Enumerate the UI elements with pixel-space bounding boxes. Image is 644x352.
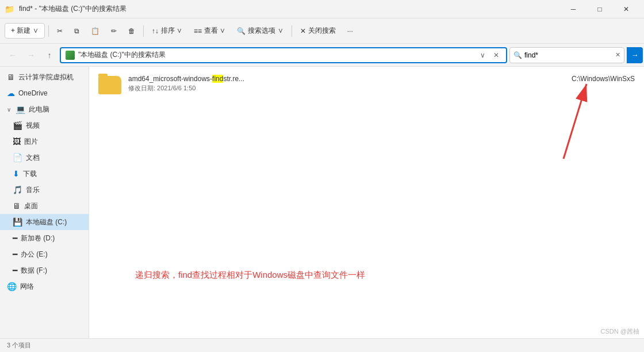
delete-icon: 🗑: [128, 27, 135, 35]
table-row[interactable]: amd64_microsoft-windows-findstr.re... 修改…: [94, 71, 639, 98]
sidebar-item-onedrive[interactable]: ☁ OneDrive: [0, 85, 89, 101]
sidebar-item-newvol[interactable]: ━ 新加卷 (D:): [0, 230, 89, 246]
address-path[interactable]: "本地磁盘 (C:)"中的搜索结果 ∨ ✕: [60, 47, 507, 63]
sidebar-label-onedrive: OneDrive: [18, 89, 48, 97]
folder-icon: [98, 76, 121, 94]
status-bar: 3 个项目: [0, 338, 644, 352]
maximize-button[interactable]: □: [586, 0, 613, 18]
file-name-suffix: str.re...: [223, 75, 244, 83]
sidebar-label-data: 数据 (F:): [21, 266, 47, 276]
office-icon: ━: [13, 250, 17, 259]
sidebar-item-downloads[interactable]: ⬇ 下载: [0, 166, 89, 182]
sidebar-label-localc: 本地磁盘 (C:): [26, 217, 67, 227]
title-bar-left: 📁 find* - "本地磁盘 (C:)"中的搜索结果: [5, 4, 126, 14]
sidebar-item-office[interactable]: ━ 办公 (E:): [0, 246, 89, 262]
paste-button[interactable]: 📋: [86, 25, 104, 37]
sidebar-item-music[interactable]: 🎵 音乐: [0, 182, 89, 198]
search-options-icon: 🔍: [237, 27, 246, 35]
content-area: amd64_microsoft-windows-findstr.re... 修改…: [89, 67, 644, 338]
more-icon: ···: [347, 27, 353, 35]
sidebar-label-downloads: 下载: [23, 169, 37, 179]
sidebar-label-newvol: 新加卷 (D:): [21, 234, 55, 243]
sidebar-label-music: 音乐: [26, 185, 40, 195]
sort-button[interactable]: ↑↓ 排序 ∨: [147, 24, 187, 38]
sidebar-item-desktop[interactable]: 🖥 桌面: [0, 198, 89, 214]
sidebar-item-documents[interactable]: 📄 文档: [0, 150, 89, 166]
cut-icon: ✂: [57, 27, 63, 35]
rename-button[interactable]: ✏: [106, 25, 121, 37]
search-go-button[interactable]: →: [627, 47, 643, 63]
paste-icon: 📋: [91, 27, 99, 35]
window-title: find* - "本地磁盘 (C:)"中的搜索结果: [19, 4, 126, 14]
sidebar-item-pictures[interactable]: 🖼 图片: [0, 133, 89, 150]
up-button[interactable]: ↑: [41, 47, 57, 63]
close-search-label: 关闭搜索: [308, 26, 336, 36]
close-search-button[interactable]: ✕ 关闭搜索: [296, 24, 340, 38]
expand-thispc-icon: ∨: [7, 106, 11, 113]
search-bar: 🔍 ✕: [509, 47, 624, 63]
sidebar-label-thispc: 此电脑: [29, 105, 49, 114]
sidebar: 🖥 云计算学院虚拟机 ☁ OneDrive ∨ 💻 此电脑 🎬 视频 🖼 图片 …: [0, 67, 89, 338]
toolbar-divider-1: [48, 25, 49, 37]
toolbar-divider-2: [143, 25, 144, 37]
file-path: C:\Windows\WinSxS: [572, 75, 635, 83]
file-name-highlight: find: [212, 75, 223, 83]
sidebar-item-video[interactable]: 🎬 视频: [0, 117, 89, 133]
file-date: 修改日期: 2021/6/6 1:50: [128, 84, 565, 93]
main-layout: 🖥 云计算学院虚拟机 ☁ OneDrive ∨ 💻 此电脑 🎬 视频 🖼 图片 …: [0, 67, 644, 338]
back-button[interactable]: ←: [5, 47, 21, 63]
video-icon: 🎬: [13, 121, 22, 130]
minimize-button[interactable]: ─: [560, 0, 586, 18]
sidebar-label-cloud: 云计算学院虚拟机: [18, 72, 74, 82]
view-icon: ≡≡: [194, 27, 202, 35]
desktop-icon: 🖥: [13, 201, 21, 211]
copy-button[interactable]: ⧉: [70, 25, 84, 37]
annotation-text: 递归搜索，find查找过程相对于Windows磁盘中查询文件一样: [135, 270, 365, 281]
toolbar-divider-3: [292, 25, 292, 37]
sidebar-label-network: 网络: [20, 282, 34, 292]
search-input[interactable]: [524, 51, 613, 59]
close-button[interactable]: ✕: [613, 0, 639, 18]
onedrive-icon: ☁: [7, 89, 15, 98]
title-bar: 📁 find* - "本地磁盘 (C:)"中的搜索结果 ─ □ ✕: [0, 0, 644, 18]
address-clear-icon[interactable]: ✕: [491, 51, 501, 59]
cloud-icon: 🖥: [7, 72, 15, 82]
drive-icon: [66, 51, 75, 60]
sidebar-item-localc[interactable]: 💾 本地磁盘 (C:): [0, 214, 89, 230]
pictures-icon: 🖼: [13, 137, 21, 146]
search-options-button[interactable]: 🔍 搜索选项 ∨: [232, 24, 288, 38]
sidebar-label-office: 办公 (E:): [21, 250, 48, 259]
title-bar-controls: ─ □ ✕: [560, 0, 639, 18]
sidebar-label-desktop: 桌面: [24, 201, 38, 211]
data-icon: ━: [13, 266, 17, 275]
sidebar-item-cloud[interactable]: 🖥 云计算学院虚拟机: [0, 69, 89, 85]
network-icon: 🌐: [7, 282, 17, 291]
more-button[interactable]: ···: [343, 25, 358, 37]
copy-icon: ⧉: [74, 27, 79, 35]
sidebar-label-video: 视频: [26, 121, 40, 131]
downloads-icon: ⬇: [13, 169, 20, 178]
sidebar-label-documents: 文档: [26, 153, 40, 163]
toolbar: + 新建 ∨ ✂ ⧉ 📋 ✏ 🗑 ↑↓ 排序 ∨ ≡≡ 查看 ∨ 🔍 搜索选项 …: [0, 18, 644, 44]
search-icon: 🔍: [513, 51, 522, 59]
search-clear-icon[interactable]: ✕: [615, 51, 620, 59]
file-name-prefix: amd64_microsoft-windows-: [128, 75, 212, 83]
folder-icon-title: 📁: [5, 5, 14, 14]
rename-icon: ✏: [111, 27, 117, 35]
sidebar-item-network[interactable]: 🌐 网络: [0, 278, 89, 294]
cut-button[interactable]: ✂: [52, 25, 67, 37]
file-info: amd64_microsoft-windows-findstr.re... 修改…: [128, 75, 565, 93]
sort-icon: ↑↓: [152, 27, 159, 35]
status-count: 3 个项目: [7, 341, 31, 350]
search-options-label: 搜索选项 ∨: [248, 26, 283, 36]
view-label: 查看 ∨: [204, 26, 225, 36]
sidebar-item-data[interactable]: ━ 数据 (F:): [0, 262, 89, 278]
delete-button[interactable]: 🗑: [124, 25, 140, 37]
sidebar-item-thispc[interactable]: ∨ 💻 此电脑: [0, 101, 89, 117]
new-button[interactable]: + 新建 ∨: [5, 23, 45, 39]
annotation-overlay: 递归搜索，find查找过程相对于Windows磁盘中查询文件一样: [89, 67, 644, 338]
address-dropdown-icon[interactable]: ∨: [478, 51, 488, 59]
forward-button[interactable]: →: [23, 47, 39, 63]
newvol-icon: ━: [13, 234, 17, 243]
view-button[interactable]: ≡≡ 查看 ∨: [189, 24, 230, 38]
